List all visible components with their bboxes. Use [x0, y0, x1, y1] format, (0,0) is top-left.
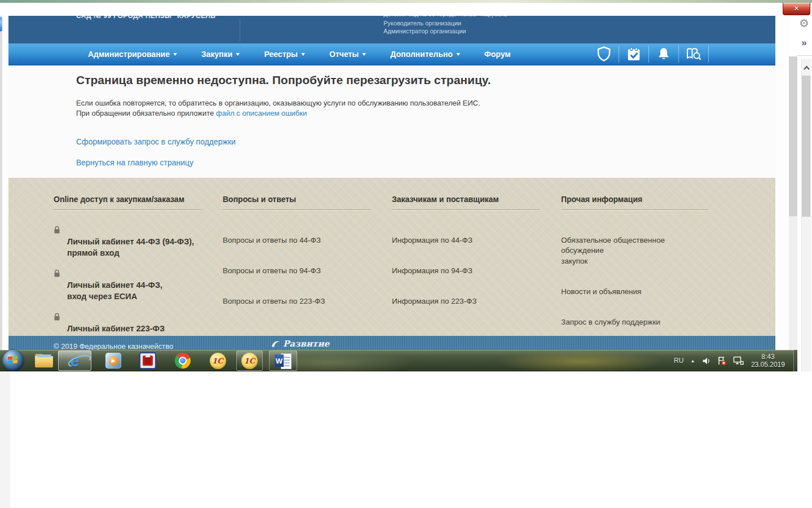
nav-menu-item[interactable]: Дополнительно▾ — [390, 50, 460, 59]
footer-column-items: Обязательное общественное обсуждение зак… — [561, 225, 709, 328]
start-button[interactable] — [2, 350, 24, 371]
windows-flag-icon — [8, 356, 18, 365]
footer-column-title: Заказчикам и поставщикам — [392, 195, 540, 204]
lock-icon — [54, 226, 60, 234]
footer-link[interactable]: Запрос в службу поддержки — [561, 307, 709, 328]
nav-item-label: Дополнительно — [390, 50, 452, 59]
footer-link-label: Обязательное общественное обсуждение зак… — [561, 236, 665, 265]
user-roles: Руководитель организацииАдминистратор ор… — [383, 20, 699, 35]
partner-logo: Развитие — [271, 339, 329, 349]
footer-link[interactable]: Информация по 223-ФЗ — [392, 286, 540, 307]
nav-menu-item[interactable]: Закупки▾ — [201, 50, 239, 59]
taskbar-media-player-button[interactable]: ▶ — [101, 351, 126, 371]
floppy-disk-icon — [139, 352, 156, 369]
taskbar-backup-tool-button[interactable] — [135, 351, 160, 371]
clock-date: 23.05.2019 — [751, 361, 785, 369]
clock[interactable]: 8:43 23.05.2019 — [751, 353, 785, 369]
chevron-down-icon: ▾ — [456, 51, 460, 57]
footer-link[interactable]: Вопросы и ответы по 44-ФЗ — [223, 225, 370, 246]
taskbar-glass-blob — [237, 350, 417, 371]
user-info-block: Детский сад № 99 города Пензы "Карусель"… — [383, 16, 699, 35]
error-body: Если ошибка повторяется, то обратитесь в… — [76, 98, 480, 119]
footer-link-label: Информация по 223-ФЗ — [392, 297, 476, 305]
lock-icon — [54, 269, 60, 278]
nav-menu-item[interactable]: Администрирование▾ — [88, 50, 176, 59]
nav-item-label: Форум — [484, 50, 511, 59]
shield-icon[interactable] — [589, 43, 619, 64]
media-player-icon: ▶ — [105, 353, 121, 369]
footer-link[interactable]: Обязательное общественное обсуждение зак… — [561, 225, 709, 267]
nav-menu-item[interactable]: Форум — [484, 50, 511, 59]
footer-link[interactable]: Личный кабинет 44-ФЗ (94-ФЗ), прямой вхо… — [54, 225, 201, 259]
inner-scrollbar-thumb[interactable] — [789, 56, 797, 216]
footer-link[interactable]: Вопросы и ответы по 94-ФЗ — [223, 255, 370, 276]
nav-menu-item[interactable]: Отчеты▾ — [329, 50, 365, 59]
language-indicator[interactable]: RU — [674, 357, 683, 365]
taskbar-word-button[interactable]: W — [269, 351, 297, 371]
footer-column: Прочая информация Обязательное обществен… — [561, 195, 709, 338]
network-icon[interactable] — [733, 356, 744, 365]
main-navigation-bar: Администрирование▾ Закупки▾ Реестры▾ Отч… — [8, 43, 775, 65]
footer-bottom-strip: © 2019 Федеральное казначейство Развитие — [8, 336, 775, 351]
footer-link[interactable]: Информация по 44-ФЗ — [392, 225, 540, 246]
show-hidden-icons-caret[interactable]: ▴ — [691, 358, 694, 364]
footer-column-rule — [223, 209, 370, 210]
internet-explorer-icon: e — [70, 352, 80, 369]
footer-link[interactable]: Личный кабинет 44-ФЗ, вход через ЕСИА — [54, 268, 201, 302]
chevron-down-icon: ▾ — [301, 51, 305, 57]
footer-link[interactable]: Информация по 94-ФЗ — [392, 255, 540, 276]
book-search-icon[interactable] — [679, 43, 708, 64]
gear-icon[interactable]: ⚙ — [796, 16, 812, 30]
action-center-flag-icon[interactable] — [717, 356, 727, 366]
site-header: САД № 99 ГОРОДА ПЕНЗЫ "КАРУСЕЛЬ" Детский… — [8, 16, 775, 43]
footer-column-items: Личный кабинет 44-ФЗ (94-ФЗ), прямой вхо… — [54, 225, 201, 334]
taskbar-chrome-button[interactable] — [170, 351, 196, 371]
footer-column-items: Вопросы и ответы по 44-ФЗ Вопросы и отве… — [223, 225, 370, 307]
word-icon: W — [275, 353, 292, 369]
show-desktop-button[interactable] — [793, 350, 797, 371]
inner-scrollbar[interactable] — [789, 56, 797, 350]
folder-icon — [35, 354, 53, 367]
rail-divider — [797, 55, 812, 56]
error-body-line2: При обращении обязательно приложите файл… — [76, 108, 480, 119]
speaker-icon[interactable] — [702, 357, 711, 365]
footer-link-label: Личный кабинет 44-ФЗ, вход через ЕСИА — [67, 281, 162, 301]
calendar-check-icon[interactable] — [619, 43, 648, 64]
org-name-clipped: САД № 99 ГОРОДА ПЕНЗЫ "КАРУСЕЛЬ" — [76, 16, 313, 22]
return-home-link[interactable]: Вернуться на главную страницу — [76, 158, 193, 167]
footer-column: Вопросы и ответы Вопросы и ответы по 44-… — [223, 195, 370, 317]
browser-scrollbar-thumb[interactable] — [802, 76, 810, 217]
taskbar-explorer-button[interactable] — [32, 351, 56, 371]
nav-separator — [708, 46, 709, 63]
error-file-link[interactable]: файл с описанием ошибки — [216, 109, 307, 117]
nav-menu: Администрирование▾ Закупки▾ Реестры▾ Отч… — [88, 43, 536, 64]
footer-link[interactable]: Вопросы и ответы по 223-ФЗ — [223, 286, 370, 307]
bell-icon[interactable] — [649, 43, 678, 64]
footer-link[interactable]: Новости и объявления — [561, 277, 709, 297]
overflow-chevrons-icon[interactable]: » — [797, 36, 811, 50]
lock-icon — [54, 313, 60, 321]
close-window-button[interactable]: ✕ — [783, 3, 810, 15]
error-title: Страница временно недоступна. Попробуйте… — [76, 73, 491, 87]
taskbar-1c-button[interactable]: 1С — [205, 351, 231, 371]
taskbar-internet-explorer-button[interactable]: e — [58, 351, 91, 371]
nav-icons — [589, 43, 709, 64]
system-tray: RU ▴ 8:43 23.05.2019 — [674, 350, 797, 371]
nav-menu-item[interactable]: Реестры▾ — [264, 50, 304, 59]
taskbar-1c-active-button[interactable]: 1С — [236, 351, 263, 371]
web-page: САД № 99 ГОРОДА ПЕНЗЫ "КАРУСЕЛЬ" Детский… — [8, 16, 775, 351]
taskbar-glass-blob — [496, 350, 665, 371]
scroll-up-arrow-icon[interactable] — [802, 62, 811, 73]
browser-titlebar — [0, 3, 812, 16]
footer-column-rule — [54, 209, 201, 210]
chrome-icon — [175, 353, 191, 369]
partner-swoosh-icon — [271, 340, 281, 348]
footer-link[interactable]: Личный кабинет 223-ФЗ — [54, 312, 201, 334]
chevron-down-icon: ▾ — [363, 51, 367, 57]
footer-link-label: Вопросы и ответы по 44-ФЗ — [223, 236, 321, 244]
support-request-link[interactable]: Сформировать запрос в службу поддержки — [76, 137, 236, 146]
footer-link-label: Новости и объявления — [561, 287, 641, 296]
user-clipped-line: Детский сад № 99 города Пензы "Карусель" — [383, 16, 699, 20]
empty-area — [0, 371, 812, 508]
footer-link-label: Вопросы и ответы по 223-ФЗ — [223, 297, 325, 305]
